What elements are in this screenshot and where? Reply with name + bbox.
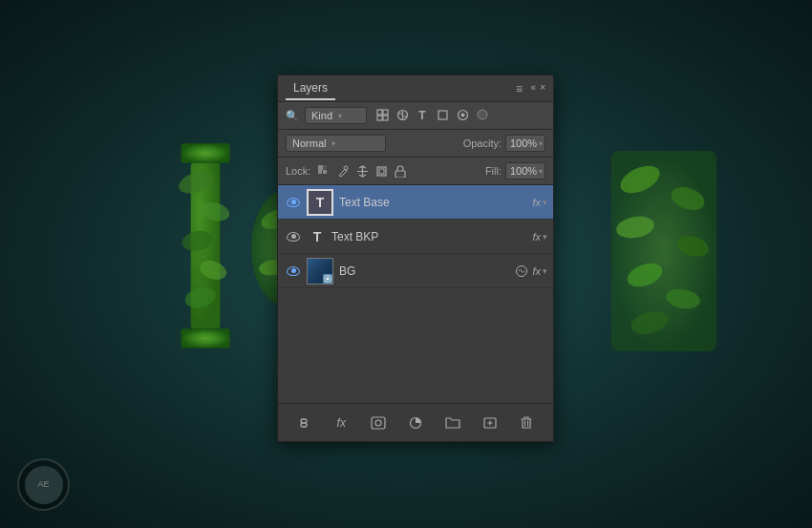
- svg-rect-36: [379, 169, 384, 174]
- smart-object-badge: [323, 274, 332, 284]
- watermark: AE: [17, 458, 70, 511]
- layer-visibility-toggle[interactable]: [284, 262, 303, 281]
- panel-header-controls: « ×: [531, 82, 545, 93]
- fill-group: Fill: 100% ▾: [485, 162, 545, 180]
- layer-name: Text BKP: [331, 230, 532, 243]
- svg-rect-37: [395, 171, 405, 178]
- fx-chevron-icon[interactable]: ▾: [543, 266, 547, 276]
- svg-point-42: [375, 420, 381, 426]
- link-layers-button[interactable]: [293, 412, 314, 433]
- search-icon: 🔍: [286, 110, 299, 122]
- lock-all-btn[interactable]: [393, 163, 408, 179]
- svg-point-29: [478, 110, 487, 119]
- layer-item[interactable]: BG fx ▾: [278, 254, 553, 288]
- fx-chevron-icon[interactable]: ▾: [543, 232, 547, 242]
- collapse-icon[interactable]: «: [531, 82, 537, 93]
- svg-rect-32: [318, 170, 322, 174]
- svg-rect-2: [181, 328, 229, 348]
- kind-label: Kind: [311, 110, 332, 121]
- layer-item[interactable]: T Text BKP fx ▾: [278, 220, 553, 254]
- fill-input[interactable]: 100% ▾: [505, 162, 545, 180]
- opacity-input[interactable]: 100% ▾: [505, 135, 545, 152]
- layer-thumbnail: [307, 258, 333, 285]
- svg-point-39: [327, 277, 330, 280]
- eye-icon: [287, 266, 300, 276]
- filter-toolbar: 🔍 Kind ▾: [278, 102, 553, 130]
- close-icon[interactable]: ×: [540, 82, 545, 93]
- layer-visibility-toggle[interactable]: [284, 227, 303, 246]
- opacity-label: Opacity:: [463, 137, 502, 149]
- lock-pixels-btn[interactable]: [316, 163, 331, 179]
- lock-artboard-btn[interactable]: [374, 163, 389, 179]
- svg-rect-26: [438, 111, 447, 119]
- adjust-filter-icon[interactable]: [395, 109, 410, 123]
- blend-mode-label: Normal: [292, 137, 326, 149]
- fx-label[interactable]: fx: [532, 197, 541, 208]
- layer-thumbnail: T: [307, 189, 333, 216]
- fx-label[interactable]: fx: [532, 265, 541, 277]
- panel-header: Layers « × ≡: [278, 75, 553, 102]
- smart-filter-icon: [515, 264, 528, 278]
- blend-dropdown-arrow: ▾: [331, 139, 335, 148]
- new-layer-button[interactable]: [480, 412, 501, 433]
- svg-rect-21: [377, 110, 382, 115]
- layer-type-icon: T: [307, 226, 328, 247]
- pixel-filter-icon[interactable]: [374, 109, 390, 123]
- new-fill-layer-button[interactable]: [405, 412, 426, 433]
- svg-rect-0: [181, 143, 229, 162]
- layer-fx-group: fx ▾: [532, 231, 547, 243]
- panel-menu-icon[interactable]: ≡: [516, 82, 523, 95]
- lock-image-btn[interactable]: [335, 163, 351, 179]
- svg-rect-31: [323, 170, 327, 174]
- lock-icons-group: [316, 163, 408, 179]
- empty-layers-area: [278, 288, 553, 403]
- fill-value-text: 100%: [510, 165, 537, 177]
- kind-dropdown-arrow: ▾: [338, 112, 342, 120]
- type-filter-icon[interactable]: T: [415, 109, 430, 122]
- layer-fx-group: fx ▾: [515, 264, 547, 278]
- layer-item[interactable]: T Text Base fx ▾: [278, 185, 553, 220]
- lock-fill-toolbar: Lock:: [278, 158, 553, 185]
- blend-opacity-toolbar: Normal ▾ Opacity: 100% ▾: [278, 130, 553, 158]
- fill-label: Fill:: [485, 165, 502, 177]
- svg-rect-24: [383, 116, 388, 120]
- layers-tab[interactable]: Layers: [286, 77, 335, 100]
- add-mask-button[interactable]: [368, 412, 389, 433]
- eye-icon: [287, 198, 300, 207]
- opacity-value-text: 100%: [510, 137, 537, 149]
- svg-point-28: [460, 113, 464, 116]
- delete-layer-button[interactable]: [516, 412, 537, 433]
- panel-footer: fx: [278, 403, 553, 441]
- layers-panel: Layers « × ≡ 🔍 Kind ▾: [277, 74, 554, 442]
- lock-label: Lock:: [286, 165, 310, 177]
- leaf-decoration-right: [588, 141, 740, 361]
- smartobj-filter-icon[interactable]: [455, 109, 470, 123]
- svg-rect-22: [383, 110, 388, 115]
- lock-position-btn[interactable]: [354, 163, 370, 179]
- eye-icon: [287, 232, 300, 242]
- svg-rect-23: [377, 116, 382, 120]
- svg-rect-30: [318, 165, 323, 170]
- layers-list: T Text Base fx ▾ T Text BKP fx ▾: [278, 185, 553, 403]
- layer-fx-group: fx ▾: [532, 197, 547, 208]
- svg-rect-41: [372, 417, 385, 429]
- shape-filter-icon[interactable]: [435, 109, 450, 123]
- layer-visibility-toggle[interactable]: [284, 193, 303, 212]
- opacity-group: Opacity: 100% ▾: [463, 135, 545, 152]
- new-group-button[interactable]: [442, 412, 463, 433]
- add-fx-button[interactable]: fx: [331, 412, 352, 433]
- fx-chevron-icon[interactable]: ▾: [543, 198, 547, 207]
- fx-button-label: fx: [337, 416, 346, 430]
- dot-filter-icon[interactable]: [475, 109, 490, 122]
- text-layer-icon: T: [313, 229, 322, 244]
- fx-label[interactable]: fx: [532, 231, 541, 243]
- layer-name: BG: [339, 264, 515, 278]
- opacity-arrow: ▾: [539, 139, 543, 148]
- svg-rect-33: [323, 165, 327, 169]
- kind-dropdown[interactable]: Kind ▾: [305, 107, 367, 124]
- filter-icons-group: T: [374, 109, 490, 123]
- text-type-icon: T: [316, 195, 325, 210]
- blend-mode-dropdown[interactable]: Normal ▾: [286, 135, 386, 152]
- layer-name: Text Base: [339, 196, 532, 209]
- fill-arrow: ▾: [539, 167, 543, 176]
